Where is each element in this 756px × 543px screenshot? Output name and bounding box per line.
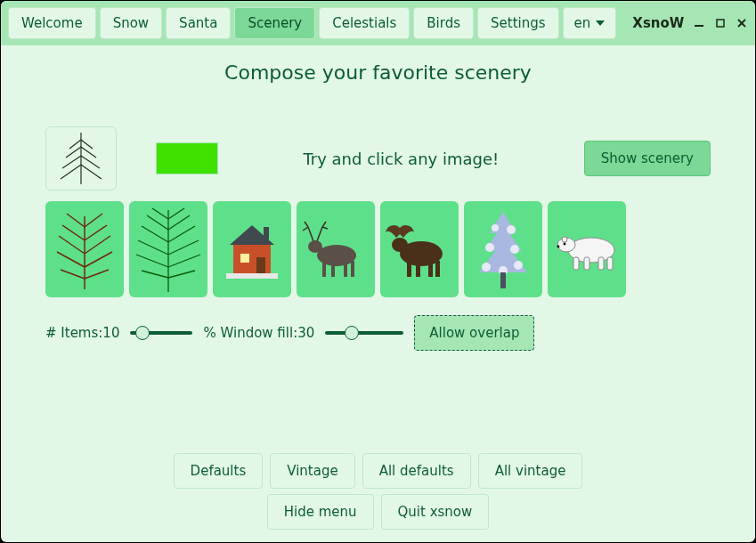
language-dropdown[interactable]: en	[563, 7, 617, 39]
all-defaults-button[interactable]: All defaults	[362, 453, 471, 489]
maximize-button[interactable]	[714, 11, 727, 36]
svg-point-56	[392, 238, 408, 252]
svg-line-20	[57, 252, 85, 267]
svg-line-15	[85, 214, 102, 227]
color-swatch[interactable]	[156, 142, 218, 174]
svg-point-68	[482, 263, 491, 272]
close-button[interactable]	[736, 11, 748, 36]
defaults-button[interactable]: Defaults	[174, 453, 264, 489]
svg-line-28	[168, 215, 190, 230]
svg-rect-71	[500, 272, 506, 288]
tab-scenery[interactable]: Scenery	[234, 7, 315, 39]
snowy-tree-icon	[472, 208, 534, 290]
svg-point-80	[557, 246, 560, 248]
svg-line-8	[81, 147, 96, 158]
svg-line-34	[168, 255, 200, 267]
svg-rect-48	[351, 261, 354, 277]
scenery-tile-snowy-tree[interactable]	[464, 201, 542, 297]
items-count-label: # Items:10	[45, 325, 119, 341]
app-window: Welcome Snow Santa Scenery Celestials Bi…	[1, 1, 755, 542]
scenery-top-row: Try and click any image! Show scenery	[37, 126, 719, 190]
svg-line-49	[308, 227, 313, 241]
close-icon	[737, 19, 746, 28]
window-fill-slider[interactable]	[325, 331, 403, 335]
bottom-button-row-2: Hide menu Quit xsnow	[165, 494, 592, 542]
minimize-button[interactable]	[693, 11, 705, 36]
svg-rect-60	[435, 261, 440, 277]
tab-birds[interactable]: Birds	[413, 7, 474, 39]
scenery-gallery	[37, 201, 719, 297]
app-title: XsnoW	[632, 15, 684, 31]
scenery-tile-green-tree[interactable]	[129, 201, 207, 297]
svg-line-35	[142, 271, 168, 278]
svg-point-64	[492, 224, 499, 231]
svg-point-66	[485, 243, 494, 252]
svg-line-14	[67, 214, 85, 227]
svg-line-31	[138, 240, 168, 255]
svg-line-18	[59, 236, 85, 254]
svg-rect-40	[240, 254, 249, 263]
show-scenery-button[interactable]: Show scenery	[584, 141, 711, 176]
svg-line-19	[85, 236, 110, 254]
svg-line-21	[85, 252, 112, 267]
page-title: Compose your favorite scenery	[224, 61, 532, 84]
scenery-tile-moose[interactable]	[380, 201, 459, 297]
svg-line-16	[62, 225, 85, 240]
items-count-slider[interactable]	[130, 331, 192, 335]
green-tree-icon	[133, 207, 204, 292]
svg-point-79	[564, 243, 566, 246]
svg-point-67	[510, 245, 519, 254]
hide-menu-button[interactable]: Hide menu	[267, 494, 374, 530]
bare-tree-icon	[53, 209, 116, 289]
titlebar: Welcome Snow Santa Scenery Celestials Bi…	[1, 1, 755, 45]
pine-sketch-icon	[57, 131, 105, 186]
svg-rect-47	[344, 261, 347, 277]
svg-line-33	[136, 255, 168, 267]
tab-settings[interactable]: Settings	[477, 7, 559, 39]
hint-text: Try and click any image!	[240, 150, 563, 168]
svg-line-53	[322, 227, 328, 229]
scenery-tile-house[interactable]	[213, 201, 291, 297]
bottom-button-row: Defaults Vintage All defaults All vintag…	[165, 453, 592, 494]
language-label: en	[574, 15, 591, 31]
scenery-tile-bare-tree[interactable]	[45, 201, 124, 297]
svg-line-30	[168, 226, 195, 242]
svg-rect-46	[331, 261, 335, 277]
svg-line-25	[152, 208, 168, 219]
all-vintage-button[interactable]: All vintage	[478, 453, 583, 489]
scenery-tile-polar-bear[interactable]	[548, 201, 626, 297]
svg-rect-42	[226, 273, 278, 279]
svg-rect-78	[607, 257, 613, 270]
svg-rect-38	[264, 227, 269, 239]
svg-line-52	[317, 227, 322, 241]
svg-line-5	[69, 140, 81, 149]
svg-point-74	[562, 237, 567, 242]
svg-rect-58	[416, 261, 420, 277]
svg-line-7	[66, 147, 81, 158]
tab-celestials[interactable]: Celestials	[319, 7, 410, 39]
svg-line-54	[322, 222, 326, 227]
minimize-icon	[695, 19, 703, 28]
scenery-tile-reindeer[interactable]	[297, 201, 375, 297]
quit-button[interactable]: Quit xsnow	[381, 494, 490, 530]
tab-snow[interactable]: Snow	[100, 7, 162, 39]
svg-point-44	[308, 240, 322, 253]
svg-point-65	[507, 225, 516, 234]
svg-line-51	[305, 222, 308, 227]
allow-overlap-button[interactable]: Allow overlap	[414, 315, 534, 351]
svg-rect-57	[407, 261, 411, 277]
moose-icon	[384, 220, 455, 279]
svg-point-69	[514, 261, 523, 270]
tab-santa[interactable]: Santa	[166, 7, 231, 39]
chevron-down-icon	[596, 20, 605, 26]
vintage-button[interactable]: Vintage	[270, 453, 354, 489]
maximize-icon	[716, 19, 725, 28]
svg-rect-1	[717, 20, 724, 27]
svg-line-29	[142, 226, 168, 242]
tab-welcome[interactable]: Welcome	[8, 7, 96, 39]
reindeer-icon	[301, 220, 370, 279]
svg-rect-41	[256, 257, 265, 275]
svg-rect-75	[573, 257, 579, 270]
preview-tile[interactable]	[45, 126, 117, 190]
svg-line-26	[168, 208, 184, 219]
